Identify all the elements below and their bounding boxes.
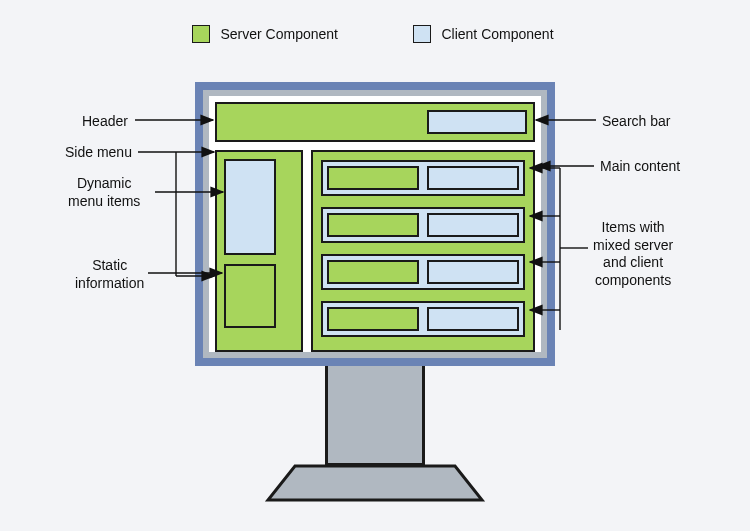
- content-row-3-client: [427, 260, 519, 284]
- legend-server: Server Component: [192, 24, 338, 43]
- side-menu-region: [215, 150, 303, 352]
- monitor-stand-base-svg: [260, 460, 490, 506]
- dynamic-menu-items-region: [224, 159, 276, 255]
- content-row-4: [321, 301, 525, 337]
- content-row-1-server: [327, 166, 419, 190]
- content-row-4-client: [427, 307, 519, 331]
- legend-client-swatch: [413, 25, 431, 43]
- label-search-bar: Search bar: [602, 113, 670, 131]
- content-row-2-client: [427, 213, 519, 237]
- static-info-region: [224, 264, 276, 328]
- content-row-1: [321, 160, 525, 196]
- header-region: [215, 102, 535, 142]
- monitor-stand-neck: [325, 366, 425, 466]
- legend-server-text: Server Component: [220, 26, 338, 42]
- label-main-content: Main content: [600, 158, 680, 176]
- label-header: Header: [82, 113, 128, 131]
- svg-marker-0: [268, 466, 482, 500]
- main-content-region: [311, 150, 535, 352]
- content-row-4-server: [327, 307, 419, 331]
- diagram-root: Server Component Client Component: [0, 0, 750, 531]
- label-mixed-items: Items with mixed server and client compo…: [593, 219, 673, 289]
- label-static-info: Static information: [75, 257, 144, 292]
- search-bar-region: [427, 110, 527, 134]
- legend-server-swatch: [192, 25, 210, 43]
- content-row-3: [321, 254, 525, 290]
- content-row-2-server: [327, 213, 419, 237]
- monitor-bezel: [195, 82, 555, 366]
- label-side-menu: Side menu: [65, 144, 132, 162]
- content-row-1-client: [427, 166, 519, 190]
- monitor-screen: [209, 96, 541, 352]
- legend-client-text: Client Component: [441, 26, 553, 42]
- content-row-2: [321, 207, 525, 243]
- legend-client: Client Component: [413, 24, 554, 43]
- content-row-3-server: [327, 260, 419, 284]
- label-dynamic-menu: Dynamic menu items: [68, 175, 140, 210]
